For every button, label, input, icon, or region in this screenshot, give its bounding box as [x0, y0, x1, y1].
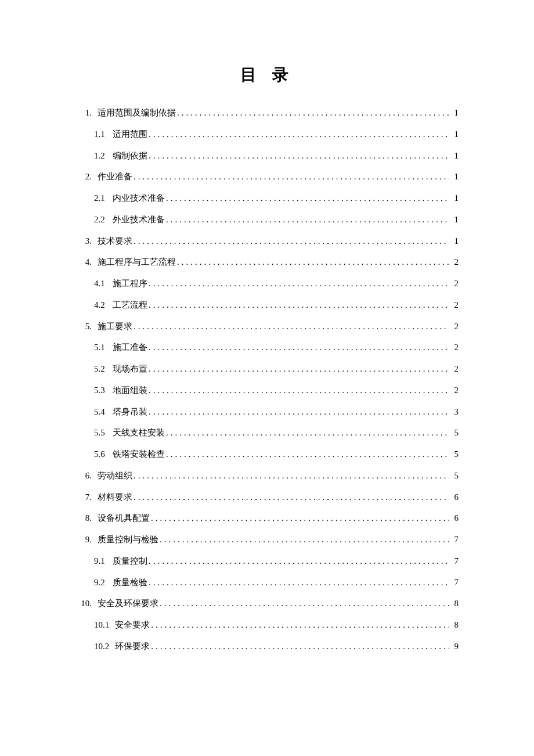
toc-entry-text: 施工要求 [98, 316, 132, 337]
toc-entry-number: 9.2 [94, 572, 107, 593]
toc-entry-number: 5. [75, 316, 92, 337]
toc-entry-text: 地面组装 [113, 380, 147, 401]
toc-entry-page: 2 [450, 316, 459, 337]
toc-entry: 5.3地面组装2 [75, 380, 459, 401]
toc-entry-text: 环保要求 [115, 636, 150, 657]
toc-entry: 5.1施工准备2 [75, 337, 459, 358]
toc-entry-page: 8 [450, 614, 459, 636]
toc-entry-page: 5 [450, 422, 459, 444]
toc-entry: 5.施工要求2 [75, 316, 459, 337]
toc-entry-text: 塔身吊装 [113, 401, 147, 423]
toc-entry-page: 7 [450, 572, 459, 593]
toc-leader-dots [166, 209, 449, 231]
toc-entry-text: 安全及环保要求 [98, 593, 158, 614]
toc-entry-page: 9 [450, 636, 459, 657]
toc-leader-dots [166, 444, 449, 465]
toc-leader-dots [149, 401, 449, 423]
toc-entry-text: 材料要求 [98, 487, 132, 508]
toc-entry-number: 1.2 [94, 145, 107, 167]
toc-entry-page: 1 [450, 124, 459, 145]
toc-entry-page: 8 [450, 593, 459, 614]
toc-entry-text: 铁塔安装检查 [113, 444, 165, 465]
toc-entry-number: 4.1 [94, 273, 107, 294]
toc-entry: 2.2外业技术准备1 [75, 209, 459, 231]
toc-leader-dots [134, 487, 449, 508]
toc-entry-text: 工艺流程 [113, 294, 147, 316]
toc-entry-text: 施工程序与工艺流程 [98, 251, 176, 273]
toc-entry-text: 技术要求 [98, 231, 132, 252]
toc-entry: 8.设备机具配置6 [75, 507, 459, 529]
toc-leader-dots [151, 636, 449, 657]
toc-leader-dots [151, 507, 449, 529]
toc-leader-dots [166, 188, 449, 209]
toc-entry-text: 设备机具配置 [98, 507, 150, 529]
toc-leader-dots [177, 251, 449, 273]
toc-entry-number: 3. [75, 231, 92, 252]
toc-entry-text: 现场布置 [113, 358, 147, 380]
toc-leader-dots [151, 614, 449, 636]
toc-entry: 5.5天线支柱安装5 [75, 422, 459, 444]
toc-entry-page: 1 [450, 102, 459, 124]
toc-entry-page: 1 [450, 188, 459, 209]
toc-entry-text: 作业准备 [98, 166, 132, 188]
toc-entry-number: 6. [75, 465, 92, 487]
toc-entry-page: 7 [450, 529, 459, 550]
toc-entry-page: 6 [450, 487, 459, 508]
toc-entry: 2.作业准备1 [75, 166, 459, 188]
toc-entry: 10.安全及环保要求8 [75, 593, 459, 614]
toc-leader-dots [160, 529, 449, 550]
toc-entry-number: 7. [75, 487, 92, 508]
toc-entry-text: 施工准备 [113, 337, 147, 358]
toc-entry-page: 5 [450, 444, 459, 465]
toc-entry-number: 8. [75, 507, 92, 529]
toc-entry-text: 质量控制 [113, 550, 147, 572]
toc-leader-dots [134, 231, 449, 252]
toc-entry-page: 1 [450, 145, 459, 167]
toc-entry: 7.材料要求6 [75, 487, 459, 508]
toc-leader-dots [149, 273, 449, 294]
toc-entry: 3.技术要求1 [75, 231, 459, 252]
toc-entry-number: 1.1 [94, 124, 107, 145]
toc-entry-page: 2 [450, 337, 459, 358]
toc-entry: 10.1安全要求8 [75, 614, 459, 636]
toc-entry: 4.1施工程序2 [75, 273, 459, 294]
toc-entry: 6.劳动组织5 [75, 465, 459, 487]
toc-entry-page: 2 [450, 358, 459, 380]
toc-entry-number: 10.2 [94, 636, 109, 657]
toc-entry-number: 1. [75, 102, 92, 124]
toc-entry-number: 9.1 [94, 550, 107, 572]
toc-entry-number: 5.5 [94, 422, 107, 444]
toc-entry: 5.6铁塔安装检查5 [75, 444, 459, 465]
toc-entry-number: 4. [75, 251, 92, 273]
toc-entry-page: 2 [450, 380, 459, 401]
toc-entry-text: 劳动组织 [98, 465, 132, 487]
toc-entry: 1.2编制依据1 [75, 145, 459, 167]
toc-leader-dots [149, 337, 449, 358]
toc-entry: 9.1质量控制7 [75, 550, 459, 572]
toc-entry-number: 5.2 [94, 358, 107, 380]
toc-entry-number: 5.1 [94, 337, 107, 358]
toc-leader-dots [149, 145, 449, 167]
toc-entry-page: 1 [450, 209, 459, 231]
toc-entry-page: 3 [450, 401, 459, 423]
toc-entry-number: 2.2 [94, 209, 107, 231]
toc-entry: 9.2质量检验7 [75, 572, 459, 593]
toc-entry-text: 适用范围及编制依据 [98, 102, 176, 124]
toc-entry-page: 2 [450, 251, 459, 273]
toc-entry-page: 1 [450, 166, 459, 188]
toc-entry-number: 10. [75, 593, 92, 614]
toc-leader-dots [134, 465, 449, 487]
toc-entry-text: 天线支柱安装 [113, 422, 165, 444]
toc-entry-text: 适用范围 [113, 124, 147, 145]
toc-leader-dots [177, 102, 449, 124]
toc-entry: 2.1内业技术准备1 [75, 188, 459, 209]
toc-entry: 10.2环保要求9 [75, 636, 459, 657]
toc-entry-text: 安全要求 [115, 614, 150, 636]
toc-entry: 1.适用范围及编制依据1 [75, 102, 459, 124]
toc-entry-text: 施工程序 [113, 273, 147, 294]
toc-leader-dots [166, 422, 449, 444]
toc-entry: 5.2现场布置2 [75, 358, 459, 380]
toc-entry-page: 2 [450, 294, 459, 316]
toc-entry-text: 外业技术准备 [113, 209, 165, 231]
toc-entry-number: 2.1 [94, 188, 107, 209]
